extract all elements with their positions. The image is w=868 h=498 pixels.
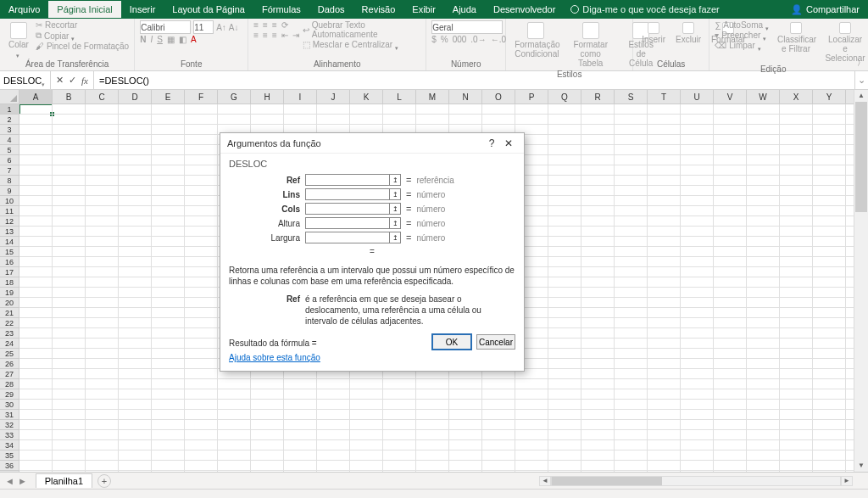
tab-formulas[interactable]: Fórmulas xyxy=(253,1,309,18)
row-header[interactable]: 22 xyxy=(0,318,19,328)
comma-icon[interactable]: 000 xyxy=(453,35,467,44)
underline-button[interactable]: S xyxy=(157,35,163,44)
column-header[interactable]: Q xyxy=(548,90,581,104)
column-header[interactable]: F xyxy=(185,90,218,104)
scroll-left-icon[interactable]: ◄ xyxy=(539,476,551,486)
cancel-formula-icon[interactable]: ✕ xyxy=(56,75,64,86)
tab-pagina-inicial[interactable]: Página Inicial xyxy=(48,1,120,18)
sheet-tab[interactable]: Planilha1 xyxy=(36,473,92,488)
range-picker-icon[interactable]: ↥ xyxy=(389,217,401,229)
orientation-icon[interactable]: ⟳ xyxy=(281,20,288,30)
column-header[interactable]: L xyxy=(383,90,416,104)
format-as-table-button[interactable]: Formatar como Tabela xyxy=(564,20,617,70)
row-header[interactable]: 10 xyxy=(0,196,19,206)
dialog-close-button[interactable]: ✕ xyxy=(500,137,517,149)
row-header[interactable]: 36 xyxy=(0,461,19,471)
increase-indent-icon[interactable]: ⇥ xyxy=(292,31,299,40)
tab-desenvolvedor[interactable]: Desenvolvedor xyxy=(485,1,564,18)
column-header[interactable]: Y xyxy=(813,90,846,104)
row-header[interactable]: 34 xyxy=(0,440,19,450)
scroll-right-icon[interactable]: ► xyxy=(841,476,853,486)
paste-button[interactable]: Colar xyxy=(5,20,32,57)
row-header[interactable]: 19 xyxy=(0,288,19,298)
row-header[interactable]: 33 xyxy=(0,430,19,440)
column-header[interactable]: A xyxy=(19,90,53,104)
tab-arquivo[interactable]: Arquivo xyxy=(0,1,48,18)
row-header[interactable]: 29 xyxy=(0,389,19,400)
conditional-formatting-button[interactable]: Formatação Condicional xyxy=(511,20,560,60)
tell-me-search[interactable]: Diga-me o que você deseja fazer xyxy=(564,4,726,14)
arg-input-cols[interactable] xyxy=(305,203,390,215)
sheet-nav-prev-icon[interactable]: ◄ xyxy=(5,476,14,486)
tab-layout[interactable]: Layout da Página xyxy=(164,1,253,18)
font-family-select[interactable] xyxy=(140,20,191,34)
vertical-scroll-thumb[interactable] xyxy=(855,102,867,212)
merge-center-button[interactable]: ⬚Mesclar e Centralizar xyxy=(303,40,420,49)
font-color-button[interactable]: A xyxy=(191,35,197,44)
row-header[interactable]: 26 xyxy=(0,359,19,369)
row-header[interactable]: 12 xyxy=(0,216,19,227)
increase-font-icon[interactable]: A↑ xyxy=(216,23,226,32)
sort-filter-button[interactable]: Classificar e Filtrar xyxy=(774,20,818,55)
range-picker-icon[interactable]: ↥ xyxy=(389,174,401,186)
column-header[interactable]: P xyxy=(515,90,548,104)
row-header[interactable]: 31 xyxy=(0,410,19,420)
row-header[interactable]: 8 xyxy=(0,176,19,186)
row-header[interactable]: 6 xyxy=(0,155,19,165)
select-all-corner[interactable] xyxy=(0,90,19,104)
cut-button[interactable]: ✂Recortar xyxy=(36,20,129,30)
column-header[interactable]: I xyxy=(284,90,317,104)
arg-input-lins[interactable] xyxy=(305,188,390,200)
row-header[interactable]: 35 xyxy=(0,450,19,461)
insert-cells-button[interactable]: Inserir xyxy=(638,20,669,46)
column-header[interactable]: T xyxy=(648,90,681,104)
delete-cells-button[interactable]: Excluir xyxy=(672,20,704,46)
row-header[interactable]: 23 xyxy=(0,328,19,339)
copy-button[interactable]: ⧉Copiar xyxy=(36,31,129,41)
format-painter-button[interactable]: 🖌Pincel de Formatação xyxy=(36,42,129,51)
sheet-nav-next-icon[interactable]: ► xyxy=(18,476,27,486)
font-size-select[interactable] xyxy=(193,20,214,34)
wrap-text-button[interactable]: ↩Quebrar Texto Automaticamente xyxy=(303,20,420,39)
row-header[interactable]: 1 xyxy=(0,104,19,115)
add-sheet-button[interactable]: + xyxy=(97,474,111,488)
column-header[interactable]: C xyxy=(86,90,119,104)
italic-button[interactable]: I xyxy=(150,35,153,44)
function-help-link[interactable]: Ajuda sobre esta função xyxy=(229,353,320,362)
column-header[interactable]: X xyxy=(780,90,813,104)
range-picker-icon[interactable]: ↥ xyxy=(389,188,401,200)
column-header[interactable]: N xyxy=(449,90,482,104)
fill-button[interactable]: ▾Preencher xyxy=(715,31,771,40)
share-button[interactable]: 👤 Compartilhar xyxy=(782,4,868,15)
border-button[interactable]: ▦ xyxy=(167,35,175,44)
arg-input-ref[interactable] xyxy=(305,174,390,186)
row-header[interactable]: 30 xyxy=(0,400,19,410)
row-header[interactable]: 14 xyxy=(0,237,19,247)
tab-inserir[interactable]: Inserir xyxy=(121,1,164,18)
row-header[interactable]: 25 xyxy=(0,349,19,359)
cancel-button[interactable]: Cancelar xyxy=(476,334,515,350)
insert-function-icon[interactable]: fx xyxy=(81,76,88,86)
decrease-indent-icon[interactable]: ⇤ xyxy=(281,31,288,40)
row-header[interactable]: 28 xyxy=(0,379,19,389)
currency-icon[interactable]: $ xyxy=(431,35,437,44)
column-header[interactable]: O xyxy=(482,90,515,104)
row-header[interactable]: 27 xyxy=(0,369,19,379)
name-box[interactable]: DESLOC xyxy=(0,71,51,89)
column-header[interactable]: B xyxy=(53,90,86,104)
column-header[interactable]: M xyxy=(416,90,449,104)
column-header[interactable]: J xyxy=(317,90,350,104)
horizontal-scroll-thumb[interactable] xyxy=(552,477,662,485)
column-header[interactable]: E xyxy=(152,90,185,104)
row-header[interactable]: 13 xyxy=(0,227,19,237)
expand-formula-bar-icon[interactable]: ⌄ xyxy=(854,71,868,89)
column-header[interactable]: V xyxy=(714,90,747,104)
arg-input-altura[interactable] xyxy=(305,217,390,229)
row-header[interactable]: 4 xyxy=(0,135,19,145)
ok-button[interactable]: OK xyxy=(432,334,471,350)
fill-color-button[interactable]: ◧ xyxy=(179,35,186,44)
tab-exibir[interactable]: Exibir xyxy=(403,1,444,18)
dialog-titlebar[interactable]: Argumentos da função ? ✕ xyxy=(220,133,524,154)
tab-ajuda[interactable]: Ajuda xyxy=(444,1,485,18)
row-header[interactable]: 32 xyxy=(0,420,19,430)
